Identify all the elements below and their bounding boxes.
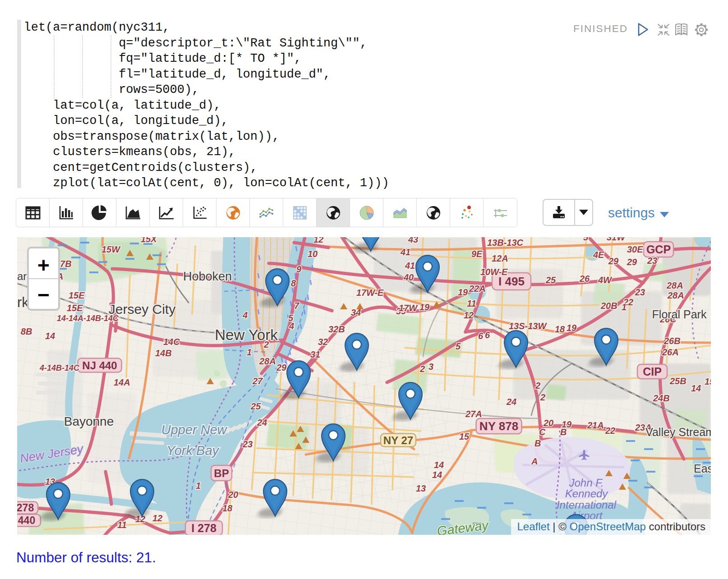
svg-text:Kennedy: Kennedy: [565, 487, 609, 500]
svg-text:15X: 15X: [141, 237, 157, 244]
svg-text:21A: 21A: [587, 420, 604, 430]
svg-text:24: 24: [257, 418, 267, 427]
svg-text:23: 23: [635, 287, 645, 297]
svg-text:7: 7: [294, 301, 299, 311]
svg-text:14: 14: [45, 331, 55, 341]
svg-text:15E: 15E: [69, 290, 85, 300]
svg-text:NY 878: NY 878: [479, 419, 518, 433]
svg-text:15W: 15W: [101, 244, 121, 254]
svg-text:4W: 4W: [598, 275, 613, 285]
svg-text:27: 27: [252, 376, 263, 386]
svg-text:14: 14: [432, 470, 442, 480]
svg-text:1: 1: [196, 481, 201, 491]
svg-text:25B: 25B: [669, 376, 687, 386]
svg-text:19: 19: [458, 287, 468, 297]
svg-text:9: 9: [296, 264, 302, 274]
svg-text:4E: 4E: [593, 250, 604, 260]
svg-text:Jersey City: Jersey City: [109, 302, 175, 317]
svg-text:17W: 17W: [399, 303, 418, 313]
svg-text:C: C: [539, 427, 546, 437]
svg-text:40: 40: [403, 272, 414, 282]
svg-text:43: 43: [408, 237, 418, 244]
svg-text:Bayonne: Bayonne: [64, 414, 114, 428]
svg-text:18: 18: [555, 324, 565, 334]
svg-text:11: 11: [117, 520, 127, 530]
svg-text:24B: 24B: [653, 393, 670, 403]
svg-text:28A: 28A: [666, 280, 683, 290]
svg-text:17W-E: 17W-E: [356, 288, 384, 298]
svg-text:12A: 12A: [492, 253, 508, 263]
svg-text:6: 6: [478, 331, 484, 341]
svg-text:20B: 20B: [600, 301, 617, 311]
svg-text:20: 20: [543, 418, 553, 428]
svg-text:GCP: GCP: [646, 243, 671, 256]
svg-text:12: 12: [313, 237, 323, 244]
svg-text:22: 22: [605, 426, 615, 436]
svg-text:4: 4: [242, 310, 248, 320]
svg-text:41: 41: [400, 247, 410, 257]
svg-text:11: 11: [467, 299, 476, 308]
svg-text:5: 5: [456, 341, 461, 351]
svg-text:12: 12: [152, 513, 162, 523]
svg-text:25: 25: [545, 275, 556, 285]
svg-text:19: 19: [419, 302, 430, 312]
svg-text:John F.: John F.: [569, 477, 604, 489]
svg-text:12: 12: [464, 310, 474, 320]
svg-text:28A: 28A: [259, 356, 276, 366]
svg-text:32: 32: [318, 337, 328, 347]
svg-text:19: 19: [567, 323, 577, 333]
svg-text:27A: 27A: [465, 409, 482, 419]
svg-text:13: 13: [416, 483, 426, 493]
svg-text:26A: 26A: [662, 347, 679, 357]
svg-text:31W: 31W: [607, 237, 626, 242]
svg-text:14A: 14A: [114, 377, 130, 387]
svg-text:1: 1: [247, 347, 252, 357]
svg-text:2: 2: [535, 381, 540, 391]
svg-text:15E: 15E: [67, 303, 83, 313]
svg-text:NJ 440: NJ 440: [82, 359, 117, 372]
svg-text:4: 4: [289, 321, 294, 331]
svg-text:29: 29: [627, 257, 637, 267]
svg-text:31: 31: [310, 349, 320, 359]
svg-text:I 278: I 278: [191, 522, 217, 534]
svg-text:24: 24: [506, 397, 516, 407]
svg-text:278: 278: [17, 502, 34, 514]
svg-text:26B: 26B: [663, 336, 681, 346]
svg-text:2: 2: [419, 364, 425, 374]
svg-text:2: 2: [540, 392, 545, 402]
svg-text:10: 10: [308, 249, 318, 259]
svg-text:30E: 30E: [627, 244, 643, 254]
svg-text:25: 25: [250, 401, 261, 411]
svg-text:8: 8: [291, 278, 296, 288]
svg-text:18: 18: [222, 503, 233, 513]
svg-text:4-14B-14C: 4-14B-14C: [39, 363, 80, 372]
svg-text:Floral Park: Floral Park: [652, 308, 707, 321]
svg-text:1: 1: [622, 302, 627, 312]
svg-text:B: B: [534, 438, 541, 448]
svg-text:13S-13W: 13S-13W: [509, 321, 547, 331]
svg-text:26: 26: [579, 274, 590, 284]
svg-text:15S: 15S: [705, 377, 711, 386]
svg-text:41: 41: [405, 261, 415, 271]
svg-text:A: A: [531, 456, 538, 466]
svg-text:32B: 32B: [328, 324, 345, 334]
svg-text:10W-E: 10W-E: [480, 267, 508, 277]
svg-text:23: 23: [647, 256, 657, 266]
svg-text:28A: 28A: [667, 290, 684, 300]
svg-text:14B: 14B: [155, 348, 172, 358]
svg-text:Upper New: Upper New: [161, 423, 227, 437]
svg-text:New York: New York: [215, 326, 278, 343]
svg-text:Hoboken: Hoboken: [183, 270, 232, 283]
svg-text:NY 27: NY 27: [383, 434, 413, 446]
svg-text:14C: 14C: [163, 337, 180, 347]
svg-text:York Bay: York Bay: [166, 443, 220, 458]
svg-text:15: 15: [459, 432, 470, 441]
svg-text:29: 29: [608, 256, 619, 266]
svg-text:6: 6: [485, 330, 490, 340]
svg-text:14: 14: [691, 383, 701, 393]
svg-text:B: B: [560, 427, 567, 437]
svg-text:23: 23: [242, 439, 253, 449]
svg-text:5: 5: [583, 237, 589, 242]
svg-text:440: 440: [18, 515, 35, 526]
svg-text:14: 14: [434, 460, 444, 470]
